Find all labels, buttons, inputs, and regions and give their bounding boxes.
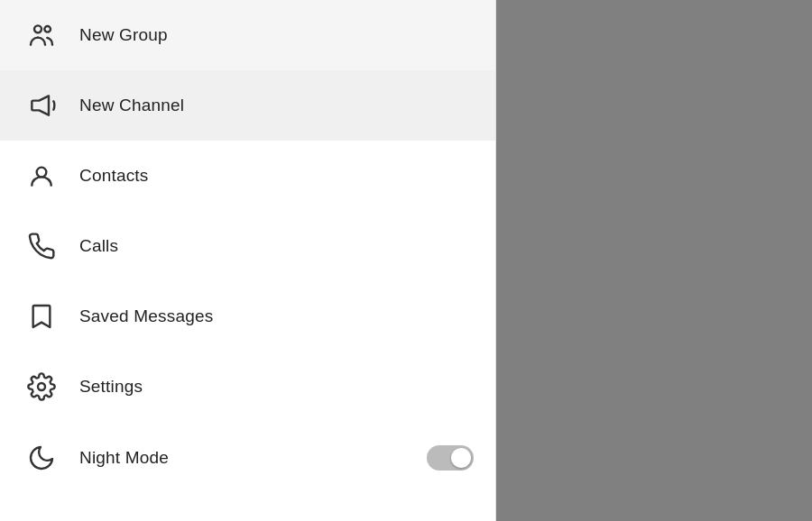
right-panel <box>496 0 812 521</box>
menu-item-contacts[interactable]: Contacts <box>0 141 495 211</box>
menu-label-contacts: Contacts <box>79 166 149 186</box>
settings-icon <box>22 367 61 407</box>
menu-item-saved-messages[interactable]: Saved Messages <box>0 281 495 352</box>
contacts-icon <box>22 156 61 196</box>
menu-item-new-channel[interactable]: New Channel <box>0 70 495 141</box>
svg-point-3 <box>38 383 45 390</box>
bookmark-icon <box>22 297 61 336</box>
menu-label-saved-messages: Saved Messages <box>79 306 213 326</box>
sidebar: New Group New Channel Contacts C <box>0 0 496 521</box>
night-mode-toggle-container <box>427 445 474 471</box>
menu-label-night-mode: Night Mode <box>79 448 169 468</box>
menu-label-calls: Calls <box>79 236 118 256</box>
night-mode-toggle[interactable] <box>427 445 474 471</box>
menu-label-settings: Settings <box>79 377 143 397</box>
group-icon <box>22 15 61 55</box>
svg-point-1 <box>44 26 51 32</box>
menu-label-new-channel: New Channel <box>79 96 184 115</box>
menu-item-night-mode[interactable]: Night Mode <box>0 422 495 494</box>
menu-item-new-group[interactable]: New Group <box>0 0 495 70</box>
svg-point-0 <box>34 25 42 32</box>
menu-item-calls[interactable]: Calls <box>0 211 495 281</box>
night-mode-icon <box>22 438 61 478</box>
svg-point-2 <box>37 168 47 178</box>
menu-item-settings[interactable]: Settings <box>0 352 495 422</box>
menu-label-new-group: New Group <box>79 25 168 45</box>
phone-icon <box>22 226 61 266</box>
channel-icon <box>22 86 61 125</box>
